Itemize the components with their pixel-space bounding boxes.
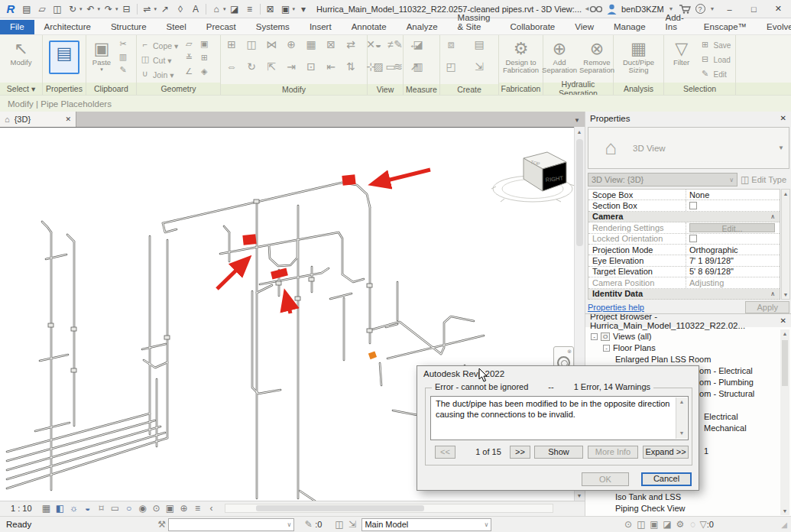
select-by-face-icon[interactable]: ◪ xyxy=(660,519,673,530)
more-info-button[interactable]: More Info xyxy=(588,446,638,459)
worksharing-display-icon[interactable]: ⊙ xyxy=(150,503,164,514)
property-checkbox[interactable] xyxy=(689,235,697,242)
geometry-join-button[interactable]: ∪Join ▾ xyxy=(139,68,178,81)
panel-label-select[interactable]: Select ▾ xyxy=(0,83,42,95)
user-avatar-icon[interactable] xyxy=(607,4,617,15)
geometry-extra-icon-3[interactable]: ⊞ xyxy=(198,53,210,64)
open-icon[interactable]: ▱ xyxy=(35,2,49,16)
ribbon-tab-massing-site[interactable]: Massing & Site xyxy=(448,11,501,34)
browser-item-views-all-[interactable]: -OViews (all) xyxy=(591,332,652,341)
pipe-segment-20[interactable] xyxy=(342,183,370,207)
property-value[interactable]: 7' 1 89/128" xyxy=(686,255,780,265)
customize-qat-icon[interactable]: ▾ xyxy=(297,2,310,16)
panel-label-modify[interactable]: Modify xyxy=(221,84,367,95)
measure-grid-icon-0[interactable]: ↔ xyxy=(407,38,422,59)
displaced-elements-icon[interactable]: ⊕ xyxy=(177,503,191,514)
view-tab-list-dropdown-icon[interactable]: ▼ xyxy=(574,117,585,127)
pipe-fitting[interactable] xyxy=(71,368,76,372)
pipe-fitting[interactable] xyxy=(367,329,372,332)
tree-expander-icon[interactable]: - xyxy=(603,345,610,352)
show-crop-icon[interactable]: ⌑ xyxy=(95,503,109,514)
rendering-settings-edit-button[interactable]: Edit... xyxy=(689,223,775,232)
browser-item-enlarged-plan-lss-room[interactable]: Enlarged Plan LSS Room xyxy=(615,355,711,364)
pipe-segment-12[interactable] xyxy=(7,414,150,452)
ribbon-tab-manage[interactable]: Manage xyxy=(604,20,656,34)
view-grid-icon-0[interactable]: ◒ xyxy=(371,38,386,59)
filter-button[interactable]: ▽ Filter xyxy=(669,37,695,80)
warning-highlighted-fitting[interactable] xyxy=(368,352,377,360)
design-option-combo[interactable]: Main Model∨ xyxy=(361,518,491,531)
panel-label-clipboard[interactable]: Clipboard xyxy=(86,83,136,95)
edit-type-button[interactable]: ◫ Edit Type xyxy=(741,174,786,185)
ribbon-tab-analyze[interactable]: Analyze xyxy=(397,20,448,34)
error-highlighted-element-2[interactable] xyxy=(242,234,256,245)
ribbon-tab-annotate[interactable]: Annotate xyxy=(342,20,397,34)
worksets-icon[interactable]: ⚒ xyxy=(155,519,168,530)
pipe-segment-38[interactable] xyxy=(387,336,484,358)
pipe-fitting[interactable] xyxy=(276,281,281,285)
reveal-constraints-icon[interactable]: ≡ xyxy=(191,503,205,514)
ribbon-tab-add-ins[interactable]: Add-Ins xyxy=(656,11,694,34)
view-tab-3d[interactable]: ⌂ {3D} ✕ xyxy=(0,112,76,127)
pipe-segment-34[interactable] xyxy=(330,294,352,299)
modify-grid-icon-6[interactable]: ⊕ xyxy=(284,38,299,59)
redo-icon-dropdown[interactable]: ▾ xyxy=(115,6,118,12)
active-only-icon[interactable]: ⇲ xyxy=(345,519,358,530)
panel-label-measure[interactable]: Measure xyxy=(404,84,439,95)
section-collapse-icon[interactable]: ∧ xyxy=(770,213,775,220)
view-selector-combo[interactable]: 3D View: {3D} ∨ xyxy=(588,173,738,187)
property-value[interactable]: Edit... xyxy=(686,222,780,232)
pipe-segment-32[interactable] xyxy=(257,285,272,293)
ribbon-tab-collaborate[interactable]: Collaborate xyxy=(500,20,565,34)
pipe-fitting[interactable] xyxy=(367,284,372,287)
modify-grid-icon-11[interactable]: ⇤ xyxy=(323,60,339,81)
drag-on-selection-icon[interactable]: ⚙ xyxy=(673,519,686,530)
switch-windows-icon[interactable]: ▣ xyxy=(279,2,293,16)
sync-icon[interactable]: ↻ xyxy=(66,2,79,16)
ribbon-tab-evolvelab[interactable]: EvolveLAB xyxy=(757,20,791,34)
section-icon[interactable]: ◪ xyxy=(228,2,242,16)
property-value[interactable]: 5' 8 69/128" xyxy=(686,267,780,277)
tree-expander-icon[interactable]: - xyxy=(591,333,598,340)
pipe-fitting[interactable] xyxy=(164,336,170,339)
viewcube[interactable]: RIGHT TOP xyxy=(491,152,574,202)
ok-button[interactable]: OK xyxy=(582,472,629,486)
previous-error-button[interactable]: << xyxy=(435,446,455,459)
type-selector-dropdown-icon[interactable]: ▼ xyxy=(778,144,789,151)
pipe-icon[interactable]: ⇌ xyxy=(141,2,154,16)
create-grid-icon-2[interactable]: ▤ xyxy=(472,38,487,59)
view-grid-icon-1[interactable]: ▨ xyxy=(371,60,386,81)
pipe-segment-4[interactable] xyxy=(40,355,68,361)
modify-grid-icon-10[interactable]: ⊠ xyxy=(323,38,339,59)
default-3d-view-icon-dropdown[interactable]: ▾ xyxy=(223,6,226,12)
paste-button[interactable]: ▣ Paste▾ xyxy=(89,37,115,80)
collapse-icon[interactable]: ‹ xyxy=(205,503,219,514)
help-dropdown-icon[interactable]: ▼ xyxy=(710,6,715,11)
property-value[interactable]: None xyxy=(686,190,780,200)
selection-filter-icon[interactable]: ▽ xyxy=(699,519,706,530)
panel-label-analysis[interactable]: Analysis xyxy=(614,83,663,95)
design-options-icon[interactable]: ◫ xyxy=(332,519,345,530)
apply-button[interactable]: Apply xyxy=(745,301,789,313)
ribbon-tab-view[interactable]: View xyxy=(565,20,604,34)
clipboard-small-icon-0[interactable]: ✂ xyxy=(117,39,129,50)
browser-item-fragment-electrical[interactable]: Electrical xyxy=(704,412,738,421)
shadows-icon[interactable]: ◒ xyxy=(81,503,95,514)
panel-label-view[interactable]: View xyxy=(368,84,403,95)
modify-grid-icon-5[interactable]: ⇱ xyxy=(264,60,279,81)
modify-grid-icon-9[interactable]: ⊡ xyxy=(303,60,319,81)
modify-grid-icon-4[interactable]: ⋈ xyxy=(264,38,279,59)
maximize-button[interactable]: □ xyxy=(744,2,763,16)
modify-grid-icon-7[interactable]: ⇥ xyxy=(284,60,299,81)
type-selector[interactable]: ⌂ 3D View ▼ xyxy=(588,127,789,169)
title-collapse-icon[interactable]: ◄ xyxy=(584,5,590,12)
remove-separation-button[interactable]: ⊗ Remove Separation xyxy=(579,37,614,80)
help-icon[interactable]: ? xyxy=(695,4,705,14)
pipe-fitting[interactable] xyxy=(254,200,259,203)
browser-item-iso-tank-and-lss[interactable]: Iso Tank and LSS xyxy=(615,492,681,501)
pipe-fitting[interactable] xyxy=(309,277,314,281)
revit-logo-icon[interactable]: R xyxy=(3,2,18,15)
add-separation-button[interactable]: ⊕ Add Separation xyxy=(542,37,577,80)
select-underlay-icon[interactable]: ◫ xyxy=(634,519,647,530)
pipe-segment-20[interactable] xyxy=(342,183,370,207)
